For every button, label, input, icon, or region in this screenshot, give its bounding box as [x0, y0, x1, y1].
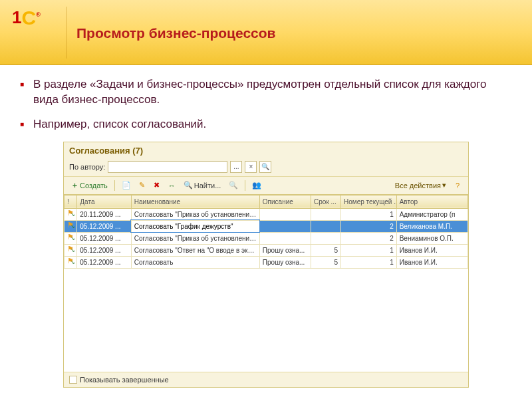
cell-date: 05.12.2009 ... — [77, 244, 132, 256]
cell-num: 2 — [341, 232, 397, 244]
cell-icon — [65, 208, 77, 220]
hierarchy-icon: 👥 — [252, 181, 261, 190]
filter-ellipsis-button[interactable]: ... — [230, 161, 242, 173]
toolbar: Создать 📄 ✎ ✖ ↔ 🔍 Найти... 🔍 👥 Все дейст… — [64, 176, 468, 194]
magnifier-icon: 🔍 — [184, 181, 193, 190]
content-area: В разделе «Задачи и бизнес-процессы» пре… — [0, 65, 532, 388]
cell-author: Иванов И.И. — [396, 244, 467, 256]
toolbar-separator — [114, 180, 115, 191]
table-header: ! Дата Наименование Описание Срок ... Но… — [65, 195, 468, 208]
filter-row: По автору: ... × 🔍 — [64, 159, 468, 176]
filter-label: По автору: — [69, 163, 105, 171]
col-desc[interactable]: Описание — [259, 195, 311, 208]
cell-name: Согласовать "График дежурств" — [131, 220, 259, 232]
delete-icon: ✖ — [154, 181, 160, 190]
help-button[interactable]: ? — [451, 179, 464, 192]
delete-button[interactable]: ✖ — [150, 179, 164, 192]
refresh-button[interactable]: ↔ — [165, 179, 179, 192]
col-author[interactable]: Автор — [396, 195, 467, 208]
window-title: Согласования (7) — [64, 142, 468, 159]
cell-name: Согласовать — [131, 256, 259, 268]
cell-name: Согласовать "Ответ на "О вводе в экспл..… — [131, 244, 259, 256]
cell-author: Иванов И.И. — [396, 256, 467, 268]
cell-author: Администратор (п — [396, 208, 467, 220]
cell-date: 05.12.2009 ... — [77, 256, 132, 268]
process-icon — [67, 222, 74, 229]
refresh-icon: ↔ — [168, 182, 176, 190]
bullet-list: В разделе «Задачи и бизнес-процессы» пре… — [20, 77, 512, 132]
page-title: Просмотр бизнес-процессов — [76, 25, 276, 41]
cell-term — [311, 232, 341, 244]
col-alert[interactable]: ! — [65, 195, 77, 208]
process-icon — [67, 234, 74, 241]
table-row[interactable]: 05.12.2009 ...Согласовать "Ответ на "О в… — [65, 244, 468, 256]
cell-name: Согласовать "Приказ об установлении п... — [131, 232, 259, 244]
edit-button[interactable]: ✎ — [136, 179, 149, 192]
footer-row: Показывать завершенные — [64, 372, 468, 387]
cell-term — [311, 208, 341, 220]
cell-desc — [259, 208, 311, 220]
cell-date: 05.12.2009 ... — [77, 220, 132, 232]
cell-date: 20.11.2009 ... — [77, 208, 132, 220]
cell-author: Вениаминов О.П. — [396, 232, 467, 244]
toolbar-separator — [245, 180, 245, 191]
table-row[interactable]: 05.12.2009 ...Согласовать "График дежурс… — [65, 220, 468, 232]
cell-desc — [259, 232, 311, 244]
bullet-item: В разделе «Задачи и бизнес-процессы» пре… — [20, 77, 512, 108]
show-completed-checkbox[interactable] — [69, 376, 77, 384]
clear-find-button[interactable]: 🔍 — [225, 179, 241, 192]
cell-term: 5 — [311, 244, 341, 256]
all-actions-label: Все действия — [395, 182, 441, 190]
col-term[interactable]: Срок ... — [311, 195, 341, 208]
cell-term: 5 — [311, 256, 341, 268]
magnifier-icon: 🔍 — [261, 163, 269, 170]
clear-search-icon: 🔍 — [229, 181, 238, 190]
cell-desc — [259, 220, 311, 232]
hierarchy-button[interactable]: 👥 — [249, 179, 265, 192]
copy-button[interactable]: 📄 — [118, 179, 134, 192]
cell-num: 2 — [341, 220, 397, 232]
cell-icon — [65, 220, 77, 232]
cell-num: 1 — [341, 256, 397, 268]
find-label: Найти... — [194, 182, 221, 190]
process-icon — [67, 246, 74, 253]
process-icon — [67, 210, 74, 217]
cell-icon — [65, 244, 77, 256]
header-band: 1С® Просмотр бизнес-процессов — [0, 0, 532, 65]
cell-icon — [65, 256, 77, 268]
app-window: Согласования (7) По автору: ... × 🔍 Созд… — [63, 142, 469, 388]
copy-icon: 📄 — [122, 181, 131, 190]
cell-author: Великанова М.П. — [396, 220, 467, 232]
cell-icon — [65, 232, 77, 244]
process-icon — [67, 258, 74, 265]
create-button[interactable]: Создать — [68, 179, 111, 192]
filter-clear-button[interactable]: × — [245, 161, 257, 173]
show-completed-label: Показывать завершенные — [80, 376, 169, 384]
grid-empty-area — [64, 269, 468, 372]
logo-1c: 1С® — [12, 7, 41, 29]
col-name[interactable]: Наименование — [131, 195, 259, 208]
table-row[interactable]: 05.12.2009 ...СогласоватьПрошу озна...51… — [65, 256, 468, 268]
cell-date: 05.12.2009 ... — [77, 232, 132, 244]
find-button[interactable]: 🔍 Найти... — [180, 179, 225, 192]
cell-num: 1 — [341, 244, 397, 256]
pencil-icon: ✎ — [139, 181, 145, 190]
cell-term — [311, 220, 341, 232]
grid: ! Дата Наименование Описание Срок ... Но… — [64, 194, 468, 372]
col-date[interactable]: Дата — [77, 195, 132, 208]
table-row[interactable]: 20.11.2009 ...Согласовать "Приказ об уст… — [65, 208, 468, 220]
all-actions-menu[interactable]: Все действия ▾ — [392, 179, 450, 192]
cell-desc: Прошу озна... — [259, 256, 311, 268]
cell-desc: Прошу озна... — [259, 244, 311, 256]
cell-name: Согласовать "Приказ об установлении п... — [131, 208, 259, 220]
cell-num: 1 — [341, 208, 397, 220]
col-num[interactable]: Номер текущей ... — [341, 195, 397, 208]
create-label: Создать — [80, 182, 108, 190]
filter-search-button[interactable]: 🔍 — [259, 161, 271, 173]
bullet-item: Например, список согласований. — [20, 117, 512, 132]
table-row[interactable]: 05.12.2009 ...Согласовать "Приказ об уст… — [65, 232, 468, 244]
chevron-down-icon: ▾ — [442, 181, 446, 190]
header-divider — [66, 7, 67, 59]
author-filter-input[interactable] — [108, 161, 227, 173]
help-icon: ? — [456, 182, 460, 190]
